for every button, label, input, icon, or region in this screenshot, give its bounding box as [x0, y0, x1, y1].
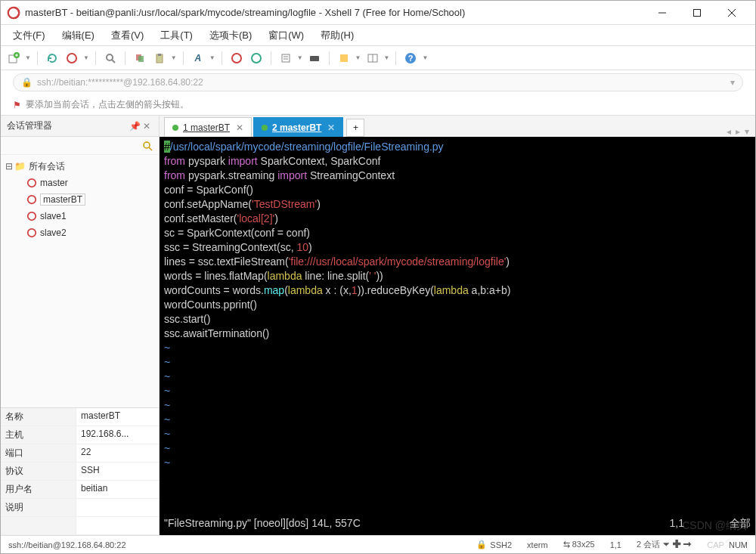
- property-value: masterBT: [76, 408, 159, 426]
- tab-prev-icon[interactable]: ◂: [727, 126, 731, 137]
- info-text: 要添加当前会话，点击左侧的箭头按钮。: [26, 98, 189, 111]
- new-tab-button[interactable]: +: [346, 119, 364, 137]
- session-item[interactable]: masterBT: [1, 191, 159, 208]
- tree-root[interactable]: ⊟ 📁 所有会话: [1, 158, 159, 175]
- svg-rect-13: [138, 56, 144, 62]
- property-key: 名称: [1, 408, 76, 426]
- svg-point-31: [28, 212, 36, 221]
- menu-view[interactable]: 查看(V): [104, 26, 151, 45]
- xftp-icon[interactable]: [248, 50, 265, 67]
- close-button[interactable]: [714, 2, 749, 24]
- svg-rect-18: [282, 54, 290, 62]
- expander-icon[interactable]: ⊟: [5, 161, 14, 172]
- property-row: 说明: [1, 499, 159, 517]
- sidebar-search[interactable]: [1, 137, 159, 155]
- property-value: 22: [76, 444, 159, 462]
- layout-icon[interactable]: [364, 50, 381, 67]
- menu-window[interactable]: 窗口(W): [261, 26, 311, 45]
- dropdown-icon[interactable]: ▼: [83, 54, 89, 61]
- property-row: 用户名beitian: [1, 481, 159, 499]
- sidebar-title: 会话管理器: [7, 119, 52, 132]
- pin-icon[interactable]: 📌: [129, 120, 141, 132]
- property-row: 协议SSH: [1, 463, 159, 481]
- dropdown-icon[interactable]: ▼: [355, 54, 361, 61]
- reconnect-icon[interactable]: [44, 50, 60, 67]
- session-label: slave2: [40, 227, 67, 238]
- tab-menu-icon[interactable]: ▾: [745, 126, 749, 137]
- tab-1[interactable]: 1 masterBT ✕: [164, 117, 252, 137]
- menu-tools[interactable]: 工具(T): [153, 26, 200, 45]
- dropdown-icon[interactable]: ▼: [297, 54, 303, 61]
- tab-next-icon[interactable]: ▸: [736, 126, 740, 137]
- property-key: 主机: [1, 426, 76, 444]
- svg-point-29: [28, 179, 36, 187]
- tab-2[interactable]: 2 masterBT ✕: [253, 117, 343, 137]
- session-icon: [26, 178, 37, 188]
- status-dot-icon: [172, 125, 178, 131]
- close-icon[interactable]: ✕: [141, 120, 153, 132]
- status-ssh: SSH2: [490, 540, 512, 549]
- app-icon: [7, 6, 20, 20]
- menu-help[interactable]: 帮助(H): [313, 26, 361, 45]
- status-cap: CAP: [707, 540, 724, 549]
- address-input[interactable]: 🔒 ssh://beitian:**********@192.168.64.80…: [13, 73, 743, 91]
- minimize-button[interactable]: [645, 2, 680, 24]
- menu-edit[interactable]: 编辑(E): [54, 26, 102, 45]
- dropdown-icon[interactable]: ▼: [384, 54, 390, 61]
- dropdown-icon[interactable]: ▼: [209, 54, 215, 61]
- lock-icon: 🔒: [476, 540, 487, 549]
- paste-icon[interactable]: [151, 50, 168, 67]
- status-dot-icon: [262, 125, 268, 131]
- tab-close-icon[interactable]: ✕: [236, 122, 243, 133]
- status-pos: 1,1: [610, 540, 621, 549]
- svg-point-32: [28, 229, 36, 237]
- session-item[interactable]: master: [1, 175, 159, 191]
- maximize-button[interactable]: [680, 2, 714, 24]
- info-bar: ⚑ 要添加当前会话，点击左侧的箭头按钮。: [1, 94, 755, 116]
- tab-close-icon[interactable]: ✕: [327, 122, 335, 133]
- flag-icon: ⚑: [13, 100, 21, 110]
- svg-point-17: [252, 54, 261, 63]
- session-item[interactable]: slave1: [1, 208, 159, 224]
- svg-line-28: [149, 147, 152, 150]
- xshell-icon[interactable]: [228, 50, 245, 67]
- menu-file[interactable]: 文件(F): [5, 26, 53, 45]
- address-text: ssh://beitian:**********@192.168.64.80:2…: [37, 77, 203, 88]
- search-icon[interactable]: [102, 50, 119, 67]
- svg-rect-2: [694, 9, 701, 16]
- session-label: slave1: [40, 211, 67, 221]
- svg-point-10: [107, 54, 113, 60]
- property-key: 说明: [1, 499, 76, 516]
- folder-icon: 📁: [14, 161, 26, 172]
- property-row: 主机192.168.6...: [1, 426, 159, 444]
- svg-point-30: [28, 196, 36, 204]
- keymap-icon[interactable]: [306, 50, 323, 67]
- svg-rect-22: [340, 54, 348, 62]
- svg-text:?: ?: [408, 54, 414, 63]
- dropdown-icon[interactable]: ▼: [422, 54, 428, 61]
- session-icon: [26, 194, 37, 205]
- tab-label: 1 masterBT: [183, 122, 230, 133]
- svg-rect-21: [310, 56, 319, 61]
- address-bar: 🔒 ssh://beitian:**********@192.168.64.80…: [1, 70, 755, 94]
- dropdown-icon[interactable]: ▾: [730, 77, 735, 88]
- new-session-icon[interactable]: [5, 50, 22, 67]
- session-item[interactable]: slave2: [1, 224, 159, 241]
- terminal[interactable]: #/usr/local/spark/mycode/streaming/logfi…: [160, 137, 755, 535]
- help-icon[interactable]: ?: [402, 50, 419, 67]
- dropdown-icon[interactable]: ▼: [171, 54, 177, 61]
- dropdown-icon[interactable]: ▼: [25, 54, 31, 61]
- status-num: NUM: [729, 540, 748, 549]
- disconnect-icon[interactable]: [64, 50, 80, 67]
- svg-point-16: [232, 54, 241, 63]
- session-manager: 会话管理器 📌 ✕ ⊟ 📁 所有会话 mastermasterBTslave1s…: [1, 116, 160, 535]
- svg-point-27: [144, 142, 150, 148]
- menu-tabs[interactable]: 选项卡(B): [202, 26, 259, 45]
- copy-icon[interactable]: [132, 50, 148, 67]
- highlight-icon[interactable]: [336, 50, 352, 67]
- svg-rect-15: [158, 54, 161, 56]
- font-icon[interactable]: A: [190, 50, 206, 67]
- toolbar: ▼ ▼ ▼ A ▼ ▼ ▼ ▼ ? ▼: [1, 46, 755, 70]
- script-icon[interactable]: [277, 50, 294, 67]
- tab-bar: 1 masterBT ✕ 2 masterBT ✕ + ◂ ▸ ▾: [160, 116, 755, 137]
